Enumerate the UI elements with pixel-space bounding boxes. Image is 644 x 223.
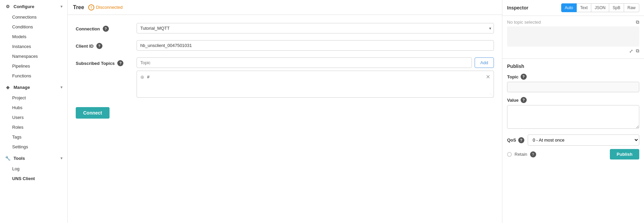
sidebar-item-settings[interactable]: Settings: [0, 142, 67, 152]
retain-help-icon[interactable]: ?: [530, 151, 536, 157]
topic-input[interactable]: [137, 57, 472, 68]
copy-topic-icon[interactable]: ⧉: [636, 19, 639, 25]
tab-spb[interactable]: SpB: [609, 3, 624, 12]
publish-qos-row: QoS ? 0 - At most once: [507, 134, 639, 146]
sidebar-item-hubs[interactable]: Hubs: [0, 103, 67, 113]
inspector-tabs: Auto Text JSON SpB Raw: [561, 3, 639, 12]
sidebar-item-instances[interactable]: Instances: [0, 42, 67, 51]
qos-select[interactable]: 0 - At most once: [528, 134, 639, 146]
sidebar: ⚙ Configure ▾ Connections Conditions Mod…: [0, 0, 68, 223]
action-icons-row: ⤢ ⧉: [507, 47, 639, 55]
tab-json[interactable]: JSON: [591, 3, 609, 12]
subscribed-box: ⊕ # ✕ ⋱: [137, 71, 494, 98]
tab-raw[interactable]: Raw: [624, 3, 639, 12]
manage-chevron: ▾: [61, 85, 63, 90]
connection-select[interactable]: Tutorial_MQTT: [137, 23, 494, 33]
publish-retain-row: Retain ? Publish: [507, 149, 639, 159]
connect-button-row: Connect: [76, 104, 494, 119]
remove-topic-icon[interactable]: ✕: [486, 74, 490, 80]
tools-icon: 🔧: [5, 155, 11, 161]
manage-icon: ◈: [5, 84, 11, 90]
retain-label: Retain: [515, 152, 527, 157]
tree-title: Tree: [73, 4, 84, 10]
publish-value-row: Value ?: [507, 97, 639, 130]
disconnected-badge: ! Disconnected: [88, 4, 123, 10]
publish-topic-row: Topic ?: [507, 74, 639, 92]
topic-input-row: Add: [137, 57, 494, 68]
drag-handle-icon[interactable]: ⊕: [140, 74, 144, 80]
connect-button[interactable]: Connect: [76, 107, 110, 119]
subscribed-topic-item: ⊕ # ✕: [137, 71, 494, 83]
tools-group-header[interactable]: 🔧 Tools ▾: [0, 152, 67, 164]
manage-label: Manage: [14, 85, 30, 90]
sidebar-item-users[interactable]: Users: [0, 113, 67, 122]
inspector-body: No topic selected ⧉ ⤢ ⧉: [502, 16, 644, 58]
configure-label: Configure: [14, 4, 34, 9]
tab-auto[interactable]: Auto: [561, 3, 577, 12]
subscribed-topics-row: Subscribed Topics ? Add ⊕ # ✕ ⋱: [76, 57, 494, 98]
manage-group-header[interactable]: ◈ Manage ▾: [0, 81, 67, 93]
tab-text[interactable]: Text: [577, 3, 591, 12]
connection-field: Tutorial_MQTT ▾: [137, 23, 494, 33]
publish-value-label: Value ?: [507, 97, 639, 103]
publish-value-help-icon[interactable]: ?: [521, 97, 527, 103]
publish-section: Publish Topic ? Value ? QoS ? 0 - At m: [502, 58, 644, 164]
tools-chevron: ▾: [61, 156, 63, 160]
tools-label: Tools: [14, 156, 25, 161]
publish-topic-input[interactable]: [507, 82, 639, 92]
sidebar-item-connections[interactable]: Connections: [0, 12, 67, 22]
configure-icon: ⚙: [5, 3, 11, 9]
publish-button[interactable]: Publish: [610, 149, 639, 159]
tree-header: Tree ! Disconnected: [68, 0, 502, 15]
sidebar-item-conditions[interactable]: Conditions: [0, 22, 67, 32]
sidebar-item-project[interactable]: Project: [0, 93, 67, 103]
add-topic-button[interactable]: Add: [475, 57, 494, 68]
no-topic-area: [507, 26, 639, 47]
sidebar-item-log[interactable]: Log: [0, 164, 67, 174]
publish-topic-label: Topic ?: [507, 74, 639, 80]
warning-icon: !: [88, 4, 94, 10]
subscribed-topics-help-icon[interactable]: ?: [117, 60, 123, 66]
client-id-input[interactable]: [137, 40, 494, 51]
tools-section: 🔧 Tools ▾ Log UNS Client: [0, 152, 67, 183]
retain-left: Retain ?: [507, 151, 536, 157]
sidebar-item-uns-client[interactable]: UNS Client: [0, 174, 67, 183]
client-id-help-icon[interactable]: ?: [96, 43, 102, 49]
client-id-row: Client ID ?: [76, 40, 494, 51]
configure-group-header[interactable]: ⚙ Configure ▾: [0, 0, 67, 12]
sidebar-item-tags[interactable]: Tags: [0, 132, 67, 142]
main-content: Tree ! Disconnected Connection ? Tutoria…: [68, 0, 502, 223]
publish-value-textarea[interactable]: [507, 105, 639, 129]
sidebar-item-models[interactable]: Models: [0, 32, 67, 42]
qos-help-icon[interactable]: ?: [518, 137, 524, 143]
sidebar-item-roles[interactable]: Roles: [0, 122, 67, 132]
client-id-label: Client ID ?: [76, 40, 137, 49]
subscribed-topics-field: Add ⊕ # ✕ ⋱: [137, 57, 494, 98]
connection-label: Connection ?: [76, 23, 137, 32]
inspector-title: Inspector: [507, 5, 528, 10]
publish-title: Publish: [507, 64, 639, 69]
right-panel: Inspector Auto Text JSON SpB Raw No topi…: [502, 0, 644, 223]
topic-tag-label: #: [147, 74, 483, 79]
publish-topic-help-icon[interactable]: ?: [521, 74, 527, 80]
copy-icon[interactable]: ⧉: [636, 48, 639, 54]
qos-label: QoS ?: [507, 137, 524, 143]
configure-section: ⚙ Configure ▾ Connections Conditions Mod…: [0, 0, 67, 81]
connection-row: Connection ? Tutorial_MQTT ▾: [76, 23, 494, 33]
sidebar-item-pipelines[interactable]: Pipelines: [0, 61, 67, 71]
manage-section: ◈ Manage ▾ Project Hubs Users Roles Tags…: [0, 81, 67, 152]
sidebar-item-namespaces[interactable]: Namespaces: [0, 51, 67, 61]
retain-radio[interactable]: [507, 152, 512, 157]
configure-chevron: ▾: [61, 4, 63, 9]
no-topic-row: No topic selected ⧉: [507, 19, 639, 25]
form-area: Connection ? Tutorial_MQTT ▾ Client ID ?: [68, 15, 502, 223]
disconnected-label: Disconnected: [96, 5, 123, 10]
resize-handle-icon[interactable]: ⋱: [490, 93, 493, 97]
subscribed-topics-label: Subscribed Topics ?: [76, 57, 137, 66]
inspector-header: Inspector Auto Text JSON SpB Raw: [502, 0, 644, 16]
external-link-icon[interactable]: ⤢: [629, 48, 633, 54]
sidebar-item-functions[interactable]: Functions: [0, 71, 67, 81]
client-id-field: [137, 40, 494, 51]
no-topic-label: No topic selected: [507, 20, 541, 25]
connection-help-icon[interactable]: ?: [103, 26, 109, 32]
